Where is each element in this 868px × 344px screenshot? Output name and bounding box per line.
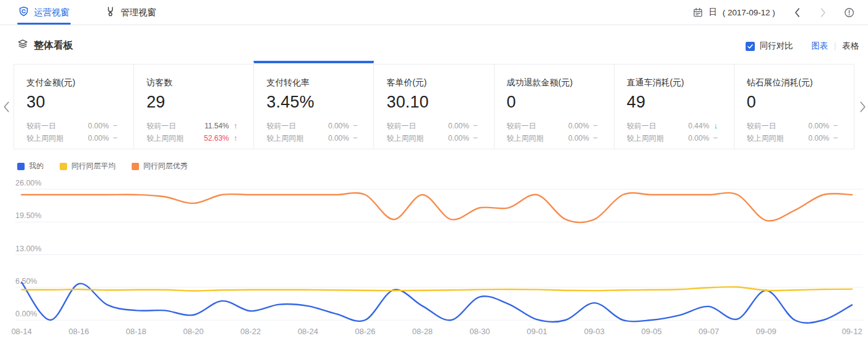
compare-row-value: 0.00% bbox=[568, 132, 589, 144]
trend-chart: 0.00%6.50%13.00%19.50%26.00%08-1408-1608… bbox=[0, 177, 868, 344]
metric-card-value: 29 bbox=[146, 93, 237, 112]
legend-swatch bbox=[132, 163, 139, 170]
compare-row: 较前一日0.00%− bbox=[507, 120, 598, 132]
compare-row-label: 较前一日 bbox=[266, 120, 328, 132]
y-axis-label: 13.00% bbox=[15, 244, 41, 253]
metric-card-title: 直通车消耗(元) bbox=[627, 77, 718, 88]
compare-row: 较上周同期0.00%− bbox=[266, 132, 357, 144]
view-toggle-divider bbox=[835, 42, 835, 50]
trend-flat-icon: − bbox=[349, 120, 357, 132]
metric-card-value: 3.45% bbox=[266, 93, 357, 112]
legend-label: 同行同层平均 bbox=[71, 161, 116, 171]
compare-row-label: 较上周同期 bbox=[386, 132, 448, 144]
x-axis-label: 08-20 bbox=[183, 327, 204, 336]
next-date-button[interactable] bbox=[819, 7, 827, 18]
cards-next-arrow[interactable] bbox=[858, 100, 867, 114]
trend-flat-icon: − bbox=[349, 132, 357, 144]
metric-card-title: 支付金额(元) bbox=[26, 77, 117, 88]
trend-flat-icon: − bbox=[589, 120, 598, 132]
metric-card-1[interactable]: 访客数29较前一日11.54%↑较上周同期52.63%↑ bbox=[133, 64, 254, 149]
x-axis-label: 08-30 bbox=[469, 327, 490, 336]
tab-label: 管理视窗 bbox=[121, 7, 156, 18]
metric-card-4[interactable]: 成功退款金额(元)0较前一日0.00%−较上周同期0.00%− bbox=[494, 64, 615, 149]
compare-row-value: 0.00% bbox=[568, 120, 589, 132]
x-axis-label: 09-01 bbox=[527, 327, 547, 336]
legend-item-0[interactable]: 我的 bbox=[17, 161, 44, 171]
compare-row-label: 较上周同期 bbox=[627, 132, 688, 144]
peer-compare-checkbox[interactable] bbox=[746, 42, 755, 51]
cards-prev-arrow[interactable] bbox=[2, 100, 10, 114]
metric-card-0[interactable]: 支付金额(元)30较前一日0.00%−较上周同期0.00%− bbox=[14, 64, 134, 149]
metric-card-value: 0 bbox=[507, 93, 598, 112]
y-axis-label: 19.50% bbox=[15, 211, 41, 220]
metric-card-5[interactable]: 直通车消耗(元)49较前一日0.44%↓较上周同期0.00%− bbox=[614, 64, 735, 149]
x-axis-label: 08-22 bbox=[241, 327, 261, 336]
y-axis-label: 0.00% bbox=[15, 310, 37, 318]
compare-row-value: 0.00% bbox=[808, 132, 829, 144]
metric-card-compare-rows: 较前一日0.44%↓较上周同期0.00%− bbox=[627, 120, 718, 144]
date-granularity[interactable]: 日 bbox=[709, 7, 717, 18]
compare-row-label: 较前一日 bbox=[747, 120, 808, 132]
app-root: 运营视窗 管理视窗 bbox=[0, 0, 868, 344]
calendar-icon[interactable] bbox=[693, 7, 703, 18]
topbar-right: 日 ( 2017-09-12 ) bbox=[693, 7, 857, 18]
metric-card-title: 支付转化率 bbox=[266, 77, 357, 88]
page-title: 整体看板 bbox=[34, 39, 73, 52]
compare-row-label: 较前一日 bbox=[146, 120, 204, 132]
metric-card-compare-rows: 较前一日0.00%−较上周同期0.00%− bbox=[747, 120, 838, 144]
x-axis-label: 09-07 bbox=[699, 327, 719, 336]
metric-card-title: 访客数 bbox=[146, 77, 237, 88]
metric-cards-row: 支付金额(元)30较前一日0.00%−较上周同期0.00%−访客数29较前一日1… bbox=[14, 61, 854, 149]
compare-row: 较前一日0.44%↓ bbox=[627, 120, 718, 132]
compare-row-value: 0.00% bbox=[688, 132, 709, 144]
metric-card-value: 30.10 bbox=[386, 93, 477, 112]
compare-row-value: 0.44% bbox=[688, 120, 709, 132]
metric-card-3[interactable]: 客单价(元)30.10较前一日0.00%−较上周同期0.00%− bbox=[373, 64, 494, 149]
trend-flat-icon: − bbox=[829, 120, 838, 132]
y-axis-label: 26.00% bbox=[15, 179, 41, 187]
compare-row: 较上周同期0.00%− bbox=[627, 132, 718, 144]
y-axis-label: 6.50% bbox=[15, 277, 37, 286]
compare-row: 较上周同期0.00%− bbox=[507, 132, 598, 144]
legend-item-2[interactable]: 同行同层优秀 bbox=[132, 161, 188, 171]
x-axis-label: 09-12 bbox=[842, 327, 862, 336]
compare-row-label: 较前一日 bbox=[26, 120, 88, 132]
trend-flat-icon: − bbox=[469, 120, 478, 132]
metric-card-value: 0 bbox=[747, 93, 838, 112]
series-line-2 bbox=[22, 193, 852, 222]
compare-row-label: 较上周同期 bbox=[266, 132, 328, 144]
metric-card-compare-rows: 较前一日0.00%−较上周同期0.00%− bbox=[507, 120, 598, 144]
info-icon[interactable] bbox=[844, 7, 854, 18]
legend-swatch bbox=[17, 163, 25, 170]
x-axis-label: 09-03 bbox=[584, 327, 604, 336]
compare-row-label: 较前一日 bbox=[627, 120, 688, 132]
metric-card-title: 客单价(元) bbox=[386, 77, 477, 88]
compare-row: 较上周同期52.63%↑ bbox=[146, 132, 237, 144]
view-toggle-table[interactable]: 表格 bbox=[842, 41, 859, 52]
board-controls: 同行对比 图表 表格 bbox=[746, 41, 859, 52]
tab-management-view[interactable]: 管理视窗 bbox=[104, 0, 157, 25]
metric-card-2[interactable]: 支付转化率3.45%较前一日0.00%−较上周同期0.00%− bbox=[253, 61, 374, 149]
metric-card-title: 成功退款金额(元) bbox=[507, 77, 598, 88]
compare-row-value: 0.00% bbox=[448, 120, 469, 132]
date-value: ( 2017-09-12 ) bbox=[722, 8, 775, 17]
legend-item-1[interactable]: 同行同层平均 bbox=[60, 161, 116, 171]
metric-card-compare-rows: 较前一日0.00%−较上周同期0.00%− bbox=[26, 120, 117, 144]
x-axis-label: 08-14 bbox=[11, 327, 31, 336]
prev-date-button[interactable] bbox=[794, 7, 801, 18]
x-axis-label: 09-09 bbox=[756, 327, 776, 336]
metric-card-compare-rows: 较前一日0.00%−较上周同期0.00%− bbox=[386, 120, 477, 144]
metric-card-value: 49 bbox=[627, 93, 718, 112]
x-axis-label: 08-28 bbox=[412, 327, 432, 336]
compare-row-value: 52.63% bbox=[204, 132, 229, 144]
compare-row: 较上周同期0.00%− bbox=[26, 132, 117, 144]
trend-flat-icon: − bbox=[709, 132, 718, 144]
x-axis-label: 08-26 bbox=[355, 327, 375, 336]
metric-card-6[interactable]: 钻石展位消耗(元)0较前一日0.00%−较上周同期0.00%− bbox=[734, 64, 854, 149]
compare-row-value: 0.00% bbox=[88, 120, 109, 132]
trend-flat-icon: − bbox=[589, 132, 598, 144]
legend-label: 同行同层优秀 bbox=[143, 161, 188, 171]
tab-operations-view[interactable]: 运营视窗 bbox=[17, 0, 71, 25]
metric-card-title: 钻石展位消耗(元) bbox=[747, 77, 838, 88]
view-toggle-chart[interactable]: 图表 bbox=[811, 41, 828, 52]
